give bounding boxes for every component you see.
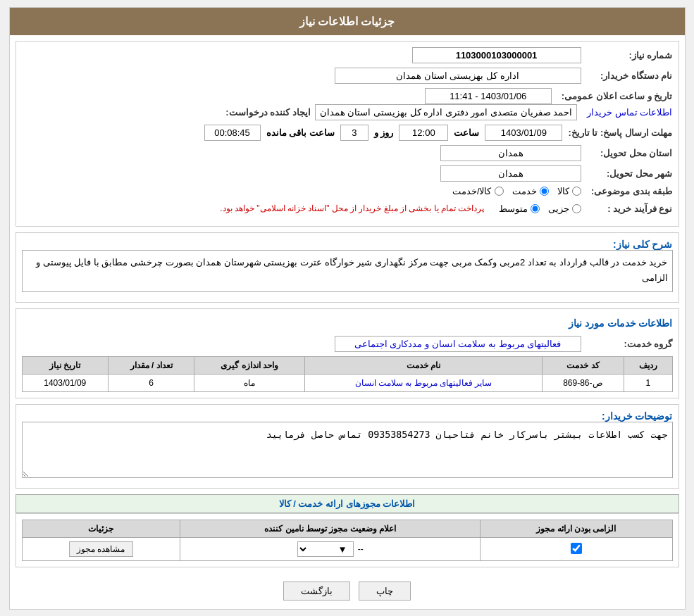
sharh-label: شرح کلی نیاز: <box>581 239 673 250</box>
ostan-value: همدان <box>440 145 581 161</box>
tosihaat-section: توضیحات خریدار: جهت کسب اطلاعات بیشتر با… <box>16 404 679 489</box>
khadamat-table: ردیف کد خدمت نام خدمت واحد اندازه گیری ت… <box>22 356 673 392</box>
buttons-row: چاپ بازگشت <box>10 573 685 609</box>
mojoz-row: -- ▼ مشاهده مجوز <box>22 538 672 561</box>
shomare-niaz-value: 1103000103000001 <box>412 47 581 63</box>
shahr-label: شهر محل تحویل: <box>581 168 673 179</box>
status-value: -- <box>358 544 364 554</box>
cell-radif: 1 <box>624 375 672 392</box>
nam-dastgah-label: نام دستگاه خریدار: <box>581 70 673 81</box>
tosihaat-label: توضیحات خریدار: <box>581 410 673 422</box>
tosihaat-row: توضیحات خریدار: جهت کسب اطلاعات بیشتر با… <box>22 410 673 478</box>
moshahede-btn[interactable]: مشاهده مجوز <box>69 541 132 557</box>
kala-radio-item: کالا <box>557 186 581 196</box>
tarikh2-value: 1403/01/09 <box>485 125 562 141</box>
kala-radio[interactable] <box>572 187 581 196</box>
cell-tarikh: 1403/01/09 <box>22 375 109 392</box>
status-select[interactable]: ▼ <box>297 541 354 557</box>
mojozha-section: الزامی بودن ارائه مجوز اعلام وضعیت مجوز … <box>16 513 679 567</box>
tarikh-label: تاریخ و ساعت اعلان عمومی: <box>556 91 673 101</box>
tarikh-group: تاریخ و ساعت اعلان عمومی: 1403/01/06 - 1… <box>425 88 673 104</box>
jozvi-radio-label: جزیی <box>548 203 569 214</box>
mohlat-row: مهلت ارسال پاسخ: تا تاریخ: 1403/01/09 سا… <box>22 125 673 141</box>
shahr-row: شهر محل تحویل: همدان <box>22 165 673 182</box>
khedmat-radio[interactable] <box>540 187 549 196</box>
mojozha-title: اطلاعات مجوزهای ارائه خدمت / کالا <box>279 498 416 509</box>
motavasset-radio[interactable] <box>531 204 540 213</box>
cell-tedad: 6 <box>109 375 194 392</box>
table-row: 1 ص-86-869 سایر فعالیتهای مربوط به سلامت… <box>22 375 672 392</box>
khadamat-section: اطلاعات خدمات مورد نیاز گروه خدمت: فعالی… <box>16 308 679 398</box>
tabaghe-label: طبقه بندی موضوعی: <box>581 186 673 196</box>
farayand-radio-group: جزیی متوسط <box>499 203 581 214</box>
motavasset-radio-label: متوسط <box>499 203 528 214</box>
kalakhedmat-radio-item: کالا/خدمت <box>452 186 504 196</box>
jozvi-radio[interactable] <box>572 204 581 213</box>
noe-farayand-row: نوع فرآیند خرید : جزیی متوسط پرداخت تمام… <box>22 201 673 216</box>
ostan-row: استان محل تحویل: همدان <box>22 145 673 161</box>
nam-dastgah-row: نام دستگاه خریدار: اداره کل بهزیستی استا… <box>22 68 673 84</box>
khadamat-table-container: ردیف کد خدمت نام خدمت واحد اندازه گیری ت… <box>22 356 673 392</box>
print-button[interactable]: چاپ <box>359 582 411 601</box>
col-status: اعلام وضعیت مجوز توسط نامین کننده <box>180 520 481 538</box>
saat-value: 12:00 <box>399 125 448 141</box>
cell-vahed: ماه <box>194 375 305 392</box>
col-radif: ردیف <box>624 357 672 375</box>
ejad-konande-label: ایجاد کننده درخواست: <box>219 107 311 118</box>
col-kod: کد خدمت <box>542 357 624 375</box>
mojozha-table: الزامی بودن ارائه مجوز اعلام وضعیت مجوز … <box>22 520 673 561</box>
ettelaat-tamas-link[interactable]: اطلاعات تماس خریدار <box>587 107 672 118</box>
saat-baghi-value: 00:08:45 <box>204 125 261 141</box>
mohlat-label: مهلت ارسال پاسخ: تا تاریخ: <box>562 127 672 138</box>
tarikh-ejad-row: تاریخ و ساعت اعلان عمومی: 1403/01/06 - 1… <box>22 88 673 120</box>
rooz-label: روز و <box>374 127 394 138</box>
saat-label: ساعت <box>454 127 479 138</box>
ejad-konande-value: احمد صفریان متصدی امور دفتری اداره کل به… <box>315 104 578 120</box>
noe-farayand-label: نوع فرآیند خرید : <box>581 203 673 214</box>
col-tarikh: تاریخ نیاز <box>22 357 109 375</box>
sharh-row: شرح کلی نیاز: خرید خدمت در قالب قرارداد … <box>22 239 673 292</box>
sharh-text: خرید خدمت در قالب قرارداد به تعداد 2مربی… <box>22 250 673 292</box>
col-elzami: الزامی بودن ارائه مجوز <box>481 520 672 538</box>
shahr-value: همدان <box>440 165 581 182</box>
grooh-label: گروه خدمت: <box>581 339 673 349</box>
col-nam: نام خدمت <box>305 357 542 375</box>
ostan-label: استان محل تحویل: <box>581 148 673 158</box>
jozvi-radio-item: جزیی <box>548 203 581 214</box>
col-tedad: تعداد / مقدار <box>109 357 194 375</box>
grooh-value[interactable]: فعالیتهای مربوط به سلامت انسان و مددکاری… <box>335 336 581 352</box>
shomare-niaz-row: شماره نیاز: 1103000103000001 <box>22 47 673 63</box>
khedmat-radio-item: خدمت <box>512 186 549 196</box>
cell-kod: ص-86-869 <box>542 375 624 392</box>
main-info-section: شماره نیاز: 1103000103000001 نام دستگاه … <box>16 41 679 227</box>
col-vahed: واحد اندازه گیری <box>194 357 305 375</box>
buyer-notes[interactable]: جهت کسب اطلاعات بیشتر باسرکار خانم فتاحی… <box>22 422 673 478</box>
sharh-section: شرح کلی نیاز: خرید خدمت در قالب قرارداد … <box>16 232 679 303</box>
kalakhedmat-radio-label: کالا/خدمت <box>452 186 492 196</box>
khedmat-radio-label: خدمت <box>512 186 537 196</box>
kala-khedmat-radio[interactable] <box>495 187 504 196</box>
tabaghe-row: طبقه بندی موضوعی: کالا خدمت کالا/خدمت <box>22 186 673 196</box>
cell-nam: سایر فعالیتهای مربوط به سلامت انسان <box>305 375 542 392</box>
kala-radio-label: کالا <box>557 186 569 196</box>
notice-text: پرداخت تمام یا بخشی از مبلغ خریدار از مح… <box>220 201 484 216</box>
tarikh-value: 1403/01/06 - 11:41 <box>425 88 552 104</box>
nam-dastgah-value: اداره کل بهزیستی استان همدان <box>335 68 581 84</box>
grooh-row: گروه خدمت: فعالیتهای مربوط به سلامت انسا… <box>22 336 673 352</box>
shomare-niaz-label: شماره نیاز: <box>581 50 673 61</box>
joziyat-cell: مشاهده مجوز <box>22 538 180 561</box>
status-cell: -- ▼ <box>180 538 481 561</box>
tabaghe-radio-group: کالا خدمت کالا/خدمت <box>452 186 581 196</box>
khadamat-title: اطلاعات خدمات مورد نیاز <box>22 315 673 332</box>
motavasset-radio-item: متوسط <box>499 203 540 214</box>
elzami-cell <box>481 538 672 561</box>
back-button[interactable]: بازگشت <box>283 582 350 601</box>
saat-baghi-label: ساعت باقی مانده <box>266 127 335 138</box>
rooz-value: 3 <box>340 125 368 141</box>
page-container: جزئیات اطلاعات نیاز شماره نیاز: 11030001… <box>9 7 686 610</box>
elzami-checkbox[interactable] <box>571 543 582 554</box>
mojozha-header-bar: اطلاعات مجوزهای ارائه خدمت / کالا <box>16 494 679 513</box>
col-joziyat: جزئیات <box>22 520 180 538</box>
ejad-group: اطلاعات تماس خریدار احمد صفریان متصدی ام… <box>219 104 673 120</box>
page-title: جزئیات اطلاعات نیاز <box>10 8 685 35</box>
